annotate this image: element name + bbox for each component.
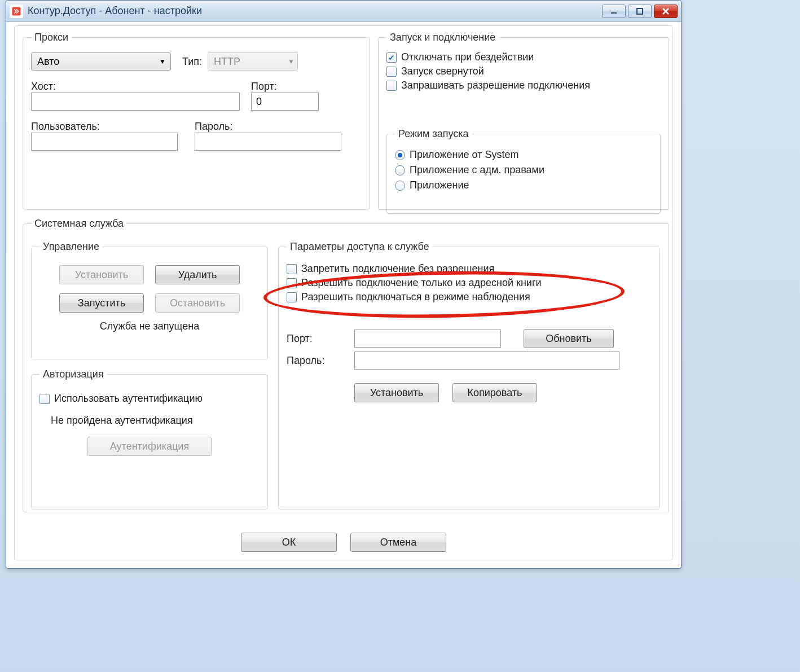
launch-mode-app-label: Приложение [410, 179, 469, 191]
proxy-type-label: Тип: [182, 56, 202, 68]
use-auth-label: Использовать аутентификацию [54, 393, 203, 405]
proxy-type-select: HTTP ▾ [208, 52, 298, 71]
refresh-button[interactable]: Обновить [524, 329, 614, 348]
cancel-button[interactable]: Отмена [350, 533, 446, 552]
access-set-button[interactable]: Установить [354, 383, 439, 402]
maximize-button[interactable] [628, 5, 652, 18]
only-address-book-checkbox[interactable] [287, 278, 297, 288]
allow-observe-checkbox[interactable] [287, 292, 297, 302]
svg-rect-2 [637, 8, 643, 14]
manage-legend: Управление [39, 241, 103, 253]
service-delete-button[interactable]: Удалить [155, 265, 240, 284]
auth-group: Авторизация Использовать аутентификацию … [31, 368, 268, 510]
idle-disconnect-checkbox[interactable]: ✓ [386, 52, 397, 63]
proxy-user-input[interactable] [31, 133, 178, 151]
proxy-port-label: Порт: [251, 81, 319, 93]
access-group: Параметры доступа к службе Запретить под… [278, 241, 660, 510]
access-legend: Параметры доступа к службе [287, 241, 433, 253]
service-status: Служба не запущена [39, 320, 260, 332]
use-auth-checkbox[interactable] [39, 394, 50, 404]
proxy-password-input[interactable] [195, 133, 341, 151]
service-start-button[interactable]: Запустить [59, 293, 144, 313]
minimize-button[interactable] [602, 5, 626, 18]
service-legend: Системная служба [31, 218, 127, 230]
access-copy-button[interactable]: Копировать [452, 383, 537, 402]
launch-mode-group: Режим запуска Приложение от System Прило… [386, 128, 661, 214]
settings-window: Контур.Доступ - Абонент - настройки Прок… [6, 0, 682, 569]
startup-legend: Запуск и подключение [386, 32, 499, 43]
proxy-group: Прокси Авто ▼ Тип: HTTP ▾ Хост: Порт: [23, 32, 370, 210]
start-minimized-label: Запуск свернутой [401, 65, 484, 77]
start-minimized-checkbox[interactable] [386, 67, 397, 77]
launch-mode-system-label: Приложение от System [410, 149, 518, 161]
ok-button[interactable]: ОК [241, 533, 337, 552]
proxy-user-label: Пользователь: [31, 121, 189, 133]
window-title: Контур.Доступ - Абонент - настройки [28, 5, 202, 17]
launch-mode-admin-radio[interactable] [395, 165, 405, 175]
chevron-down-icon: ▼ [159, 58, 166, 65]
proxy-password-label: Пароль: [195, 121, 341, 133]
access-password-label: Пароль: [287, 355, 349, 367]
allow-observe-label: Разрешить подключаться в режиме наблюден… [301, 291, 530, 303]
ask-permission-label: Запрашивать разрешение подключения [401, 80, 590, 91]
access-port-label: Порт: [287, 333, 349, 345]
titlebar[interactable]: Контур.Доступ - Абонент - настройки [6, 1, 681, 22]
chevron-down-icon: ▾ [289, 58, 293, 65]
proxy-legend: Прокси [31, 32, 72, 43]
proxy-type-value: HTTP [214, 56, 240, 68]
proxy-port-input[interactable] [251, 93, 319, 111]
ask-permission-checkbox[interactable] [386, 81, 397, 91]
proxy-mode-select[interactable]: Авто ▼ [31, 52, 171, 71]
access-port-input[interactable] [354, 330, 501, 348]
access-password-input[interactable] [354, 352, 619, 370]
proxy-host-label: Хост: [31, 81, 245, 93]
content-panel: Прокси Авто ▼ Тип: HTTP ▾ Хост: Порт: [14, 25, 673, 560]
launch-mode-legend: Режим запуска [395, 128, 472, 140]
auth-button: Аутентификация [87, 437, 212, 456]
service-stop-button: Остановить [155, 293, 240, 313]
dialog-footer: ОК Отмена [15, 533, 672, 552]
service-install-button: Установить [59, 265, 144, 284]
forbid-no-perm-label: Запретить подключение без разрешения [301, 263, 494, 275]
startup-group: Запуск и подключение ✓ Отключать при без… [378, 32, 669, 210]
auth-legend: Авторизация [39, 368, 107, 380]
auth-status: Не пройдена аутентификация [51, 415, 260, 427]
manage-group: Управление Установить Удалить Запустить … [31, 241, 268, 359]
only-address-book-label: Разрешить подключение только из адресной… [301, 277, 542, 289]
app-icon [10, 5, 23, 18]
launch-mode-app-radio[interactable] [395, 181, 405, 191]
launch-mode-system-radio[interactable] [395, 150, 405, 160]
forbid-no-perm-checkbox[interactable] [287, 264, 297, 274]
service-group: Системная служба Управление Установить У… [23, 218, 669, 512]
proxy-host-input[interactable] [31, 93, 240, 111]
idle-disconnect-label: Отключать при бездействии [401, 51, 534, 63]
close-button[interactable] [654, 5, 678, 18]
proxy-mode-value: Авто [37, 56, 59, 68]
launch-mode-admin-label: Приложение с адм. правами [410, 164, 544, 176]
